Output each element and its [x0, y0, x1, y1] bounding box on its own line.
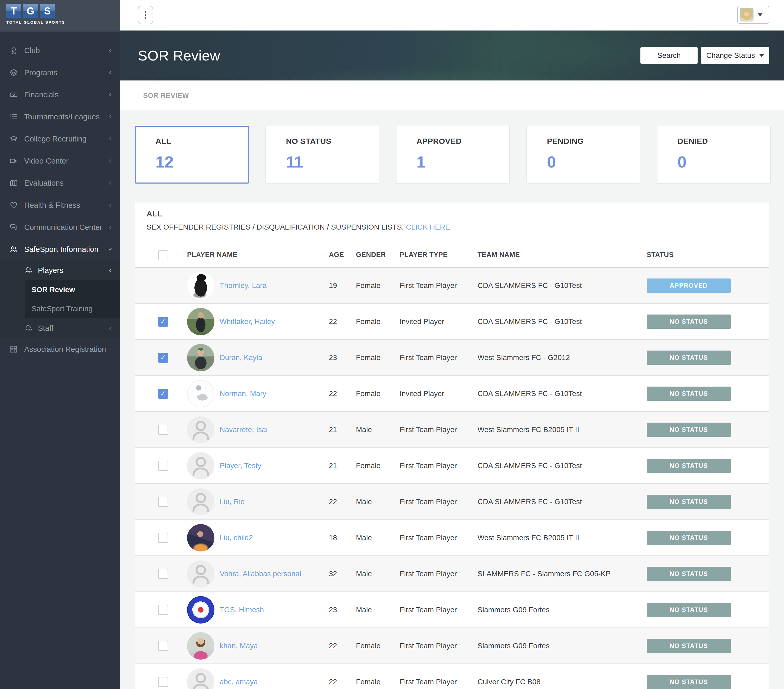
row-checkbox[interactable] — [158, 461, 168, 471]
status-badge: NO STATUS — [647, 350, 731, 365]
player-name-link[interactable]: abc, amaya — [220, 678, 258, 686]
sidebar-item-safesport-training[interactable]: SafeSport Training — [0, 299, 120, 318]
player-gender: Male — [356, 534, 372, 542]
player-gender: Female — [356, 354, 380, 362]
team-name: CDA SLAMMERS FC - G10Test — [478, 390, 582, 398]
player-name-link[interactable]: TGS, Himesh — [220, 606, 264, 614]
column-header-status: STATUS — [647, 251, 674, 259]
sidebar-item-financials[interactable]: Financials — [0, 84, 120, 106]
player-name-link[interactable]: Player, Testy — [220, 462, 261, 470]
person-icon — [187, 560, 214, 587]
player-age: 22 — [329, 498, 337, 506]
row-checkbox[interactable] — [158, 425, 168, 435]
sidebar-item-health-fitness[interactable]: Health & Fitness — [0, 194, 120, 216]
status-card-pending[interactable]: PENDING 0 — [526, 126, 640, 184]
status-card-all[interactable]: ALL 12 — [135, 126, 249, 184]
search-button[interactable]: Search — [640, 47, 698, 64]
cap-icon — [10, 135, 18, 143]
player-type: First Team Player — [400, 462, 457, 470]
sidebar-item-sor-review[interactable]: SOR Review — [0, 280, 120, 299]
sidebar-item-label: Players — [38, 266, 63, 275]
row-checkbox[interactable] — [158, 569, 168, 579]
player-name-link[interactable]: Liu, Rio — [220, 498, 245, 506]
panel-heading: ALL — [147, 209, 769, 218]
status-card-approved[interactable]: APPROVED 1 — [396, 126, 510, 184]
chevron-left-icon — [107, 158, 113, 164]
header-actions: Search Change Status — [640, 47, 769, 64]
player-avatar — [187, 416, 214, 443]
chevron-left-icon — [107, 70, 113, 76]
sidebar-menu: Club Programs Financials Tournaments/Lea… — [0, 31, 120, 360]
chat-icon — [10, 223, 18, 232]
sidebar-item-players[interactable]: Players — [0, 260, 120, 280]
player-avatar — [187, 632, 214, 659]
change-status-button[interactable]: Change Status — [701, 47, 769, 64]
row-checkbox[interactable] — [158, 641, 168, 651]
player-type: First Team Player — [400, 678, 457, 686]
player-avatar — [187, 596, 214, 623]
click-here-link[interactable]: CLICK HERE — [406, 223, 450, 231]
sidebar-item-association-registration[interactable]: Association Registration — [0, 338, 120, 360]
status-card-no-status[interactable]: NO STATUS 11 — [265, 126, 379, 184]
row-checkbox[interactable] — [158, 389, 168, 399]
panel-subtitle: SEX OFFENDER REGISTRIES / DISQUALIFICATI… — [147, 223, 769, 232]
sidebar-item-college-recruiting[interactable]: College Recruiting — [0, 128, 120, 150]
player-name-link[interactable]: Navarrete, Isai — [220, 426, 268, 434]
list-icon — [10, 113, 18, 121]
chevron-left-icon — [107, 224, 113, 230]
sidebar-item-evaluations[interactable]: Evaluations — [0, 172, 120, 194]
player-type: Invited Player — [400, 390, 444, 398]
cash-icon — [10, 90, 18, 99]
player-age: 22 — [329, 642, 337, 650]
sidebar-toggle-button[interactable] — [138, 6, 153, 24]
status-badge: NO STATUS — [647, 459, 731, 473]
sidebar-item-safesport-information[interactable]: SafeSport Information — [0, 238, 120, 260]
player-age: 22 — [329, 678, 337, 686]
player-age: 32 — [329, 570, 337, 578]
table-row: Vohra, Aliabbas personal 32 Male First T… — [135, 556, 769, 592]
status-badge: NO STATUS — [647, 531, 731, 545]
row-checkbox[interactable] — [158, 533, 168, 543]
person-icon — [187, 488, 214, 515]
sidebar-item-programs[interactable]: Programs — [0, 61, 120, 84]
player-gender: Male — [356, 606, 372, 614]
sidebar-item-club[interactable]: Club — [0, 39, 120, 61]
table-row: Duran, Kayla 23 Female First Team Player… — [135, 340, 769, 376]
sidebar-item-staff[interactable]: Staff — [0, 318, 120, 338]
status-card-value: 12 — [155, 153, 248, 171]
team-name: West Slammers FC B2005 IT II — [478, 534, 579, 542]
player-age: 22 — [329, 317, 337, 326]
status-badge: APPROVED — [647, 278, 731, 293]
select-all-checkbox[interactable] — [158, 250, 168, 260]
row-checkbox[interactable] — [158, 317, 168, 327]
player-name-link[interactable]: Duran, Kayla — [220, 354, 262, 362]
player-name-link[interactable]: Norman, Mary — [220, 390, 266, 398]
sidebar-item-video-center[interactable]: Video Center — [0, 150, 120, 172]
player-name-link[interactable]: Whittaker, Hailey — [220, 317, 275, 326]
status-cards: ALL 12 NO STATUS 11 APPROVED 1 PENDING 0… — [135, 126, 784, 184]
status-card-denied[interactable]: DENIED 0 — [657, 126, 771, 184]
tgs-logo[interactable]: T G S TOTAL GLOBAL SPORTS — [0, 0, 120, 31]
player-name-link[interactable]: Liu, child2 — [220, 534, 253, 542]
logo-letter: G — [23, 4, 38, 18]
player-name-link[interactable]: Vohra, Aliabbas personal — [220, 570, 301, 578]
player-age: 23 — [329, 606, 337, 614]
sidebar-item-communication-center[interactable]: Communication Center — [0, 216, 120, 238]
status-card-value: 1 — [417, 153, 509, 171]
sidebar-item-tournaments-leagues[interactable]: Tournaments/Leagues — [0, 106, 120, 128]
player-name-link[interactable]: khan, Maya — [220, 642, 258, 650]
person-icon — [187, 452, 214, 479]
team-name: Slammers G09 Fortes — [478, 606, 550, 614]
row-checkbox[interactable] — [158, 677, 168, 687]
player-name-link[interactable]: Thornley, Lara — [220, 281, 267, 290]
sidebar-item-label: Tournaments/Leagues — [24, 113, 100, 121]
status-card-value: 0 — [547, 153, 640, 171]
account-button[interactable] — [737, 6, 769, 24]
row-checkbox[interactable] — [158, 497, 168, 507]
table-header: PLAYER NAME AGE GENDER PLAYER TYPE TEAM … — [135, 232, 769, 268]
chevron-left-icon — [107, 180, 113, 186]
row-checkbox[interactable] — [158, 605, 168, 615]
row-checkbox[interactable] — [158, 353, 168, 363]
page-title: SOR Review — [138, 47, 220, 64]
status-badge: NO STATUS — [647, 675, 731, 689]
